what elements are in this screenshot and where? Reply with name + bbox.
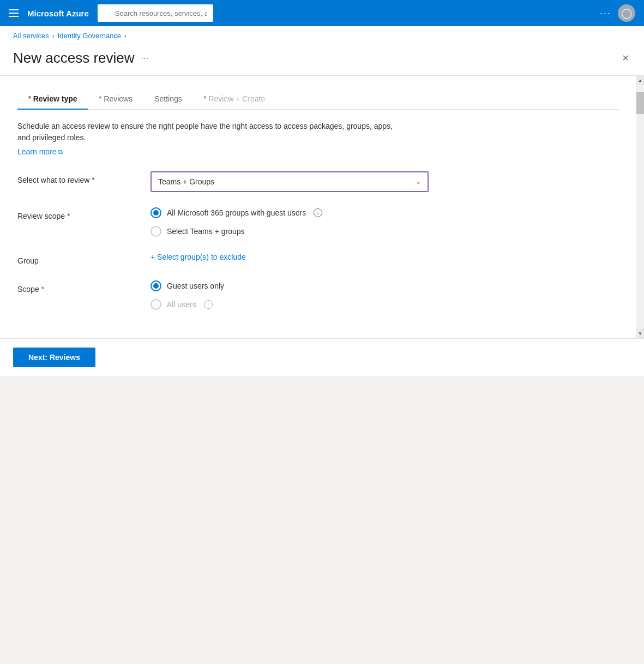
- content-wrapper: * Review type * Reviews Settings * Revie…: [0, 76, 644, 338]
- tab-reviews[interactable]: * Reviews: [88, 89, 144, 110]
- review-scope-row: Review scope * All Microsoft 365 groups …: [17, 207, 619, 237]
- scrollbar-arrow-down[interactable]: ▼: [636, 329, 644, 338]
- scope-radio-0[interactable]: [151, 280, 161, 291]
- breadcrumb-identity-governance[interactable]: Identity Governance: [58, 32, 121, 40]
- breadcrumb-sep-1: ›: [52, 32, 55, 40]
- review-scope-radio-1[interactable]: [151, 226, 161, 237]
- scrollbar-thumb[interactable]: [636, 92, 644, 114]
- review-scope-option-1-label: Select Teams + groups: [167, 227, 245, 236]
- nav-right: ··· ◯: [600, 4, 635, 22]
- select-review-row: Select what to review * Teams + Groups ⌄: [17, 171, 619, 192]
- review-scope-radio-group: All Microsoft 365 groups with guest user…: [151, 207, 434, 237]
- review-scope-required: *: [67, 212, 70, 220]
- learn-more-link[interactable]: Learn more ⧉: [17, 147, 63, 156]
- breadcrumb: All services › Identity Governance ›: [0, 26, 644, 45]
- info-icon-0[interactable]: i: [314, 208, 322, 217]
- select-review-dropdown[interactable]: Teams + Groups ⌄: [151, 171, 429, 192]
- select-groups-link-label: + Select group(s) to exclude: [151, 253, 246, 261]
- select-review-value: Teams + Groups: [158, 177, 214, 186]
- chevron-down-icon: ⌄: [416, 178, 421, 186]
- tab-review-create-star: *: [204, 95, 207, 103]
- more-options-icon[interactable]: ···: [600, 8, 611, 19]
- tab-settings[interactable]: Settings: [143, 89, 193, 110]
- search-wrap: 🔍: [98, 4, 370, 22]
- close-button[interactable]: ×: [620, 50, 631, 67]
- bottom-bar: Next: Reviews: [0, 338, 644, 376]
- select-review-required: *: [92, 176, 94, 184]
- tab-review-type[interactable]: * Review type: [17, 89, 88, 110]
- breadcrumb-sep-2: ›: [124, 32, 127, 40]
- scope-option-1-label: All users: [167, 300, 196, 309]
- content-area: * Review type * Reviews Settings * Revie…: [0, 76, 636, 338]
- hamburger-menu[interactable]: [9, 9, 19, 17]
- group-label: Group: [17, 252, 137, 265]
- review-scope-radio-0[interactable]: [151, 207, 161, 218]
- tab-review-type-star: *: [28, 95, 31, 103]
- scope-option-0[interactable]: Guest users only: [151, 280, 434, 291]
- app-title: Microsoft Azure: [27, 9, 89, 18]
- breadcrumb-all-services[interactable]: All services: [13, 32, 49, 40]
- page-header-left: New access review ···: [13, 50, 148, 67]
- group-control: + Select group(s) to exclude: [151, 252, 434, 262]
- tab-reviews-star: *: [99, 95, 102, 103]
- search-input[interactable]: [98, 4, 213, 22]
- scope-control: Guest users only All users i: [151, 280, 434, 310]
- select-review-control: Teams + Groups ⌄: [151, 171, 434, 192]
- review-scope-option-0[interactable]: All Microsoft 365 groups with guest user…: [151, 207, 434, 218]
- avatar[interactable]: ◯: [618, 4, 635, 22]
- external-link-icon: ⧉: [58, 148, 63, 155]
- group-row: Group + Select group(s) to exclude: [17, 252, 619, 265]
- review-scope-control: All Microsoft 365 groups with guest user…: [151, 207, 434, 237]
- scope-radio-group: Guest users only All users i: [151, 280, 434, 310]
- scope-required: *: [41, 285, 44, 294]
- page-header-more-icon[interactable]: ···: [141, 53, 148, 63]
- select-groups-link[interactable]: + Select group(s) to exclude: [151, 253, 246, 261]
- scope-row: Scope * Guest users only All users i: [17, 280, 619, 310]
- tab-reviews-label: Reviews: [104, 94, 133, 103]
- next-reviews-button[interactable]: Next: Reviews: [13, 348, 95, 367]
- scrollbar-track: ▲ ▼: [636, 76, 644, 338]
- top-nav: Microsoft Azure 🔍 ··· ◯: [0, 0, 644, 26]
- info-icon-scope[interactable]: i: [204, 300, 213, 309]
- tab-review-type-label: Review type: [33, 94, 77, 103]
- review-scope-label: Review scope *: [17, 207, 137, 220]
- scrollbar-arrow-up[interactable]: ▲: [636, 76, 644, 85]
- learn-more-label: Learn more: [17, 147, 57, 156]
- main-container: All services › Identity Governance › New…: [0, 26, 644, 376]
- user-icon: ◯: [621, 7, 632, 19]
- tab-review-create[interactable]: * Review + Create: [193, 89, 276, 110]
- select-review-label: Select what to review *: [17, 171, 137, 184]
- scope-label: Scope *: [17, 280, 137, 294]
- page-title: New access review: [13, 50, 135, 67]
- description-text: Schedule an access review to ensure the …: [17, 121, 399, 143]
- review-scope-option-0-label: All Microsoft 365 groups with guest user…: [167, 208, 306, 217]
- tabs: * Review type * Reviews Settings * Revie…: [17, 89, 619, 110]
- review-scope-option-1[interactable]: Select Teams + groups: [151, 226, 434, 237]
- scope-option-0-label: Guest users only: [167, 282, 224, 290]
- scope-option-1[interactable]: All users i: [151, 299, 434, 310]
- scope-radio-1[interactable]: [151, 299, 161, 310]
- page-header: New access review ··· ×: [0, 45, 644, 75]
- tab-review-create-label: Review + Create: [208, 94, 265, 103]
- tab-settings-label: Settings: [154, 94, 182, 103]
